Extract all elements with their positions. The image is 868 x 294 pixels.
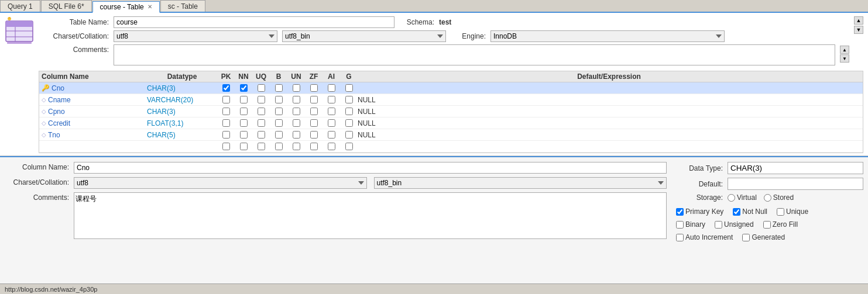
tno-ai-checkbox[interactable] <box>328 131 335 139</box>
cpno-default: NULL <box>358 108 860 116</box>
empty-ai-checkbox[interactable] <box>328 143 335 150</box>
auto-increment-checkbox[interactable] <box>676 234 684 241</box>
cno-b-checkbox[interactable] <box>275 84 283 92</box>
restore-button[interactable]: ▼ <box>854 26 863 34</box>
unique-checkbox[interactable] <box>777 208 784 216</box>
table-row[interactable]: ◇ Tno CHAR(5) NULL <box>39 129 863 141</box>
ccredit-ai-checkbox[interactable] <box>328 119 335 127</box>
detail-charset-row: Charset/Collation: utf8 utf8_bin <box>5 177 667 189</box>
ccredit-uq-checkbox[interactable] <box>258 119 265 127</box>
empty-row[interactable] <box>39 141 863 153</box>
maximize-button[interactable]: ▲ <box>854 16 863 25</box>
table-row[interactable]: ◇ Ccredit FLOAT(3,1) NULL <box>39 117 863 129</box>
cpno-b-checkbox[interactable] <box>275 108 283 115</box>
cname-b-checkbox[interactable] <box>275 96 283 103</box>
ccredit-un-checkbox[interactable] <box>293 119 300 127</box>
cname-un-checkbox[interactable] <box>293 96 300 103</box>
tab-sc-table[interactable]: sc - Table <box>160 0 205 12</box>
generated-checkbox[interactable] <box>742 234 750 241</box>
tno-nn-checkbox[interactable] <box>240 131 248 139</box>
table-row[interactable]: 🔑 Cno CHAR(3) <box>39 82 863 94</box>
ccredit-b-checkbox[interactable] <box>275 119 283 127</box>
primary-key-label[interactable]: Primary Key <box>676 207 723 216</box>
ccredit-default: NULL <box>358 119 860 127</box>
ccredit-g-checkbox[interactable] <box>345 119 353 127</box>
tno-uq-checkbox[interactable] <box>258 131 265 139</box>
table-name-input[interactable] <box>114 16 394 28</box>
tno-zf-checkbox[interactable] <box>310 131 318 139</box>
cpno-g-checkbox[interactable] <box>345 108 353 115</box>
generated-label[interactable]: Generated <box>742 233 785 241</box>
detail-comments-input[interactable]: 课程号 <box>74 192 667 239</box>
table-row[interactable]: ◇ Cname VARCHAR(20) NULL <box>39 94 863 106</box>
zero-fill-label[interactable]: Zero Fill <box>763 220 798 229</box>
cname-ai-checkbox[interactable] <box>328 96 335 103</box>
cpno-pk-checkbox[interactable] <box>222 108 230 115</box>
diamond-icon: ◇ <box>42 108 46 115</box>
detail-charset-select[interactable]: utf8 <box>74 177 367 189</box>
empty-uq-checkbox[interactable] <box>258 143 265 150</box>
cno-g-checkbox[interactable] <box>345 84 353 92</box>
detail-default-input[interactable] <box>728 178 863 190</box>
empty-zf-checkbox[interactable] <box>310 143 318 150</box>
empty-b-checkbox[interactable] <box>275 143 283 150</box>
comments-scroll-up[interactable]: ▲ <box>840 46 849 54</box>
cno-ai-checkbox[interactable] <box>328 84 335 92</box>
cno-uq-checkbox[interactable] <box>258 84 265 92</box>
cname-g-checkbox[interactable] <box>345 96 353 103</box>
zero-fill-checkbox[interactable] <box>763 221 771 229</box>
cname-zf-checkbox[interactable] <box>310 96 318 103</box>
tab-course-table-close[interactable]: ✕ <box>147 4 152 10</box>
tab-query1[interactable]: Query 1 <box>0 0 40 12</box>
cno-nn-checkbox[interactable] <box>240 84 248 92</box>
auto-increment-label[interactable]: Auto Increment <box>676 233 733 241</box>
cname-pk-checkbox[interactable] <box>222 96 230 103</box>
ccredit-pk-checkbox[interactable] <box>222 119 230 127</box>
binary-label[interactable]: Binary <box>676 220 705 229</box>
tno-un-checkbox[interactable] <box>293 131 300 139</box>
unique-label[interactable]: Unique <box>777 207 808 216</box>
empty-g-checkbox[interactable] <box>345 143 353 150</box>
cpno-nn-checkbox[interactable] <box>240 108 248 115</box>
cno-pk <box>217 84 235 92</box>
binary-checkbox[interactable] <box>676 221 684 229</box>
tab-course-table[interactable]: course - Table ✕ <box>92 1 160 13</box>
detail-column-name-input[interactable] <box>74 162 667 174</box>
table-row[interactable]: ◇ Cpno CHAR(3) NULL <box>39 106 863 117</box>
unsigned-checkbox[interactable] <box>715 221 722 229</box>
collation-select[interactable]: utf8_bin <box>282 30 446 42</box>
detail-datatype-input[interactable] <box>728 162 863 174</box>
table-comments-input[interactable] <box>114 44 835 65</box>
cpno-zf-checkbox[interactable] <box>310 108 318 115</box>
unsigned-label[interactable]: Unsigned <box>715 220 754 229</box>
not-null-label[interactable]: Not Null <box>733 207 767 216</box>
cpno-un-checkbox[interactable] <box>293 108 300 115</box>
detail-collation-select[interactable]: utf8_bin <box>374 177 667 189</box>
charset-select[interactable]: utf8 <box>114 30 277 42</box>
tno-g-checkbox[interactable] <box>345 131 353 139</box>
empty-un-checkbox[interactable] <box>293 143 300 150</box>
cname-nn-checkbox[interactable] <box>240 96 248 103</box>
empty-pk-checkbox[interactable] <box>222 143 230 150</box>
storage-stored-radio[interactable] <box>764 194 771 202</box>
primary-key-checkbox[interactable] <box>676 208 684 216</box>
tno-pk-checkbox[interactable] <box>222 131 230 139</box>
ccredit-zf-checkbox[interactable] <box>310 119 318 127</box>
cname-uq-checkbox[interactable] <box>258 96 265 103</box>
cpno-uq-checkbox[interactable] <box>258 108 265 115</box>
generated-text: Generated <box>752 233 785 241</box>
cno-un-checkbox[interactable] <box>293 84 300 92</box>
not-null-checkbox[interactable] <box>733 208 740 216</box>
empty-nn-checkbox[interactable] <box>240 143 248 150</box>
storage-virtual-label[interactable]: Virtual <box>728 193 757 202</box>
cno-pk-checkbox[interactable] <box>222 84 230 92</box>
engine-select[interactable]: InnoDB <box>490 30 725 42</box>
tab-sqlfile6[interactable]: SQL File 6* <box>41 0 92 12</box>
ccredit-nn-checkbox[interactable] <box>240 119 248 127</box>
storage-virtual-radio[interactable] <box>728 194 735 202</box>
storage-stored-label[interactable]: Stored <box>764 193 794 202</box>
comments-scroll-down[interactable]: ▼ <box>840 54 849 63</box>
tno-b-checkbox[interactable] <box>275 131 283 139</box>
cpno-ai-checkbox[interactable] <box>328 108 335 115</box>
cno-zf-checkbox[interactable] <box>310 84 318 92</box>
